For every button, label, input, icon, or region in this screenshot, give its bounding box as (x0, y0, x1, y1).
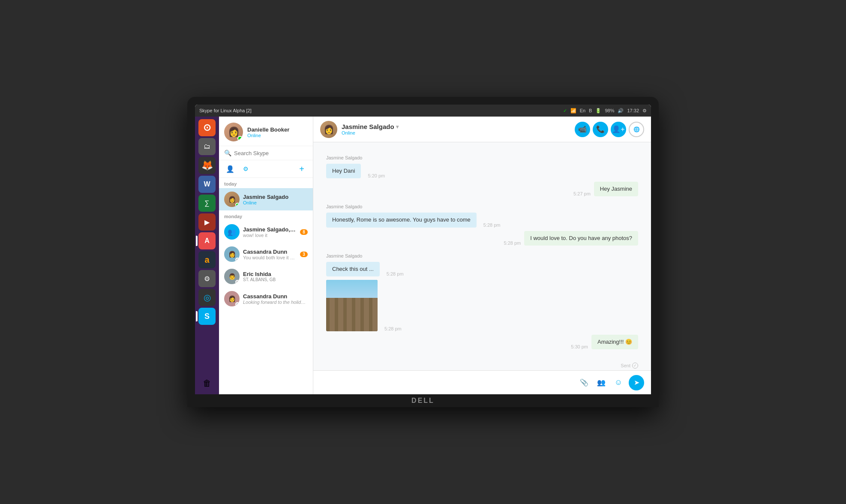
voice-call-button[interactable]: 📞 (593, 122, 608, 137)
group-avatar: 👥 (224, 224, 240, 240)
message-input[interactable] (320, 379, 573, 386)
firefox-icon[interactable]: 🦊 (198, 157, 216, 174)
video-call-button[interactable]: 📹 (575, 122, 590, 137)
shared-photo[interactable] (326, 280, 378, 331)
message-time: 5:28 pm (504, 240, 521, 246)
chat-actions: 📹 📞 👤+ 🌐 (575, 122, 644, 137)
writer-icon[interactable]: W (198, 176, 216, 193)
messages-area: Jasmine Salgado Hey Dani 5:20 pm Hey Jas… (313, 142, 651, 363)
globe-icon-btn[interactable]: 🌐 (629, 122, 644, 137)
contact-avatar: 👩 (224, 246, 240, 262)
contact-name: Cassandra Dunn (243, 249, 297, 255)
message-row: Hey Dani 5:20 pm (326, 164, 638, 178)
message-row: Hey Jasmine 5:27 pm (326, 182, 638, 196)
contact-avatar: 👩 (224, 192, 240, 207)
contact-name: Eric Ishida (243, 271, 308, 277)
profile-name: Danielle Booker (247, 126, 308, 133)
app-container: ⊙ 🗂 🦊 W ∑ ▶ A (195, 117, 651, 394)
emoji-icon[interactable]: ☺ (612, 376, 625, 390)
check-icon: ✓ (563, 108, 567, 114)
volume-icon: 🔊 (618, 108, 624, 114)
profile-info: Danielle Booker Online (247, 126, 308, 138)
lang-indicator: En (580, 108, 585, 113)
calc-icon[interactable]: ∑ (198, 195, 216, 212)
online-status-dot (237, 136, 243, 141)
attachment-icon[interactable]: 📎 (577, 376, 591, 390)
today-label: today (219, 178, 313, 188)
sender-label: Jasmine Salgado (326, 155, 638, 160)
chat-preview: Online (243, 200, 308, 205)
trash-icon[interactable]: 🗑 (198, 375, 216, 392)
profile-header: 👩 Danielle Booker Online (219, 117, 313, 146)
add-contact-msg-icon[interactable]: 👥 (594, 376, 608, 390)
contact-avatar: 👨 (224, 269, 240, 284)
monday-label: Monday (219, 210, 313, 221)
ubuntu-logo-icon[interactable]: ⊙ (198, 119, 216, 136)
chat-info: Eric Ishida ST. ALBANS, GB (243, 271, 308, 282)
skype-icon[interactable]: S (198, 308, 216, 325)
video-icon: 📹 (578, 125, 587, 133)
chat-item[interactable]: 👩 Cassandra Dunn Looking forward to the … (219, 288, 313, 310)
contact-name: Cassandra Dunn (243, 293, 308, 300)
contact-online-dot (235, 203, 240, 207)
system-bar: Skype for Linux Alpha [2] ✓ 📶 En B 🔋 98%… (195, 105, 651, 117)
chat-preview: ST. ALBANS, GB (243, 277, 308, 282)
contacts-icon[interactable]: 👤 (224, 163, 236, 175)
unread-badge: 3 (300, 252, 308, 257)
chevron-down-icon[interactable]: ▾ (396, 124, 399, 130)
contact-offline-dot (235, 302, 240, 306)
settings-icon[interactable]: ⚙ (642, 108, 647, 114)
sender-label: Jasmine Salgado (326, 253, 638, 258)
settings-app-icon[interactable]: ⚙ (198, 270, 216, 287)
search-bar: 🔍 (219, 146, 313, 160)
contact-name: Jasmine Salgado (243, 194, 308, 200)
window-title: Skype for Linux Alpha [2] (199, 108, 252, 113)
settings-toolbar-icon[interactable]: ⚙ (240, 163, 252, 175)
my-avatar[interactable]: 👩 (224, 123, 243, 141)
message-row: I would love to. Do you have any photos?… (326, 231, 638, 246)
chat-info: Cassandra Dunn You would both love it he… (243, 249, 297, 260)
message-bubble: Check this out ... (326, 262, 380, 276)
battery-icon: 🔋 (595, 108, 601, 114)
search-icon: 🔍 (224, 150, 231, 156)
chat-list: today 👩 Jasmine Salgado Online Monday (219, 178, 313, 394)
photo-message-row: 5:28 pm (326, 280, 638, 331)
send-icon: ➤ (634, 378, 639, 387)
add-person-icon: 👤+ (612, 125, 624, 133)
chat-item[interactable]: 👩 Cassandra Dunn You would both love it … (219, 243, 313, 265)
ubuntu-symbol: ⊙ (203, 122, 211, 133)
search-input[interactable] (234, 150, 308, 156)
laptop-frame: Skype for Linux Alpha [2] ✓ 📶 En B 🔋 98%… (187, 97, 659, 407)
message-time: 5:27 pm (573, 191, 591, 196)
chat-info: Cassandra Dunn Looking forward to the ho… (243, 293, 308, 305)
message-time: 5:20 pm (368, 173, 385, 178)
appstore-icon[interactable]: A (198, 232, 216, 249)
files-icon[interactable]: 🗂 (198, 138, 216, 155)
message-time: 5:28 pm (483, 222, 501, 228)
message-row: Honestly, Rome is so awesome. You guys h… (326, 213, 638, 227)
message-time: 5:30 pm (571, 344, 588, 349)
chrome-icon[interactable]: ◎ (198, 289, 216, 306)
bluetooth-icon: B (589, 108, 592, 113)
dell-logo: DELL (411, 397, 435, 405)
amazon-icon[interactable]: a (198, 251, 216, 268)
skype-panel: 👩 Danielle Booker Online 🔍 👤 ⚙ (219, 117, 313, 394)
toolbar-row: 👤 ⚙ + (219, 160, 313, 178)
chat-preview: wow! love it (243, 233, 297, 238)
unread-badge: 8 (300, 229, 308, 235)
input-actions: 📎 👥 ☺ ➤ (577, 375, 644, 390)
chat-header: 👩 Jasmine Salgado ▾ Online 📹 (313, 117, 651, 142)
screen: Skype for Linux Alpha [2] ✓ 📶 En B 🔋 98%… (195, 105, 651, 394)
send-button[interactable]: ➤ (629, 375, 644, 390)
contact-offline-dot (235, 258, 240, 262)
chat-item[interactable]: 👥 Jasmine Salgado, Cassan... wow! love i… (219, 221, 313, 243)
colosseum-image (326, 280, 378, 331)
add-contact-button[interactable]: 👤+ (611, 122, 626, 137)
add-button[interactable]: + (296, 163, 308, 175)
message-bubble: I would love to. Do you have any photos? (524, 231, 638, 246)
chat-item[interactable]: 👩 Jasmine Salgado Online (219, 188, 313, 210)
chat-item[interactable]: 👨 Eric Ishida ST. ALBANS, GB (219, 265, 313, 288)
chat-input-area: 📎 👥 ☺ ➤ (313, 370, 651, 394)
impress-icon[interactable]: ▶ (198, 213, 216, 231)
chat-partner-avatar: 👩 (320, 121, 337, 138)
